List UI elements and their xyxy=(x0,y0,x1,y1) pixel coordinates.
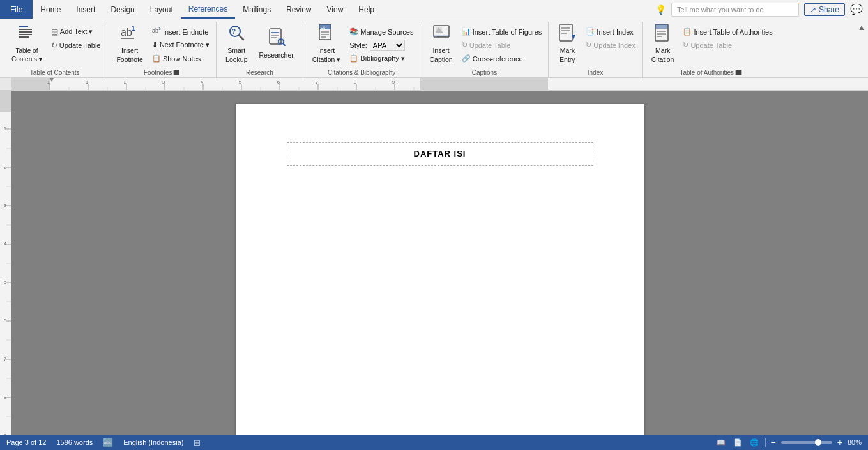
citations-group-label-text: Citations & Bibliography xyxy=(328,69,395,76)
ribbon-group-index: MarkEntry 📑 Insert Index ↻ Update Index … xyxy=(549,22,642,78)
mark-citation-label: MarkCitation xyxy=(651,47,674,64)
menu-bar: File Home Insert Design Layout Reference… xyxy=(0,0,868,19)
ribbon-group-captions: InsertCaption 📊 Insert Table of Figures … xyxy=(420,22,549,78)
svg-rect-42 xyxy=(420,78,548,90)
style-selector[interactable]: Style: APA MLA Chicago xyxy=(347,39,416,51)
insert-table-of-figures-button[interactable]: 📊 Insert Table of Figures xyxy=(459,26,545,38)
language[interactable]: English (Indonesia) xyxy=(123,438,183,446)
authorities-group-label-text: Table of Authorities xyxy=(680,69,734,76)
insert-footnote-button[interactable]: ab 1 InsertFootnote xyxy=(111,23,148,64)
tof-label: Insert Table of Figures xyxy=(473,28,542,36)
index-group-label-text: Index xyxy=(588,69,603,76)
share-button[interactable]: ↗ Share xyxy=(804,3,845,16)
researcher-button[interactable]: Researcher xyxy=(254,23,299,64)
style-select[interactable]: APA MLA Chicago xyxy=(370,40,405,51)
research-group-label: Research xyxy=(220,68,299,78)
macro-icon[interactable]: ⊞ xyxy=(194,438,201,447)
menu-insert[interactable]: Insert xyxy=(68,0,103,19)
print-view-icon[interactable]: 📄 xyxy=(732,437,743,448)
captions-small-buttons: 📊 Insert Table of Figures ↻ Update Table… xyxy=(459,26,545,65)
update-index-icon: ↻ xyxy=(586,41,591,49)
svg-rect-76 xyxy=(0,110,11,435)
toc-group-label: Table of Contents xyxy=(6,68,103,78)
menu-file[interactable]: File xyxy=(0,0,33,19)
menu-mailings[interactable]: Mailings xyxy=(235,0,278,19)
menu-layout[interactable]: Layout xyxy=(142,0,181,19)
insert-caption-button[interactable]: InsertCaption xyxy=(424,23,457,64)
read-view-icon[interactable]: 📖 xyxy=(715,437,727,448)
table-of-contents-button[interactable]: Table ofContents ▾ xyxy=(6,23,47,64)
smart-lookup-button[interactable]: ? SmartLookup xyxy=(220,23,252,64)
comment-icon[interactable]: 💬 xyxy=(850,3,863,15)
footnotes-expand-icon[interactable]: ⬛ xyxy=(173,70,179,75)
ruler-svg: 1 1 2 3 4 5 6 7 8 9 xyxy=(11,78,868,90)
search-box[interactable]: Tell me what you want to do xyxy=(671,3,799,17)
index-small-buttons: 📑 Insert Index ↻ Update Index xyxy=(583,26,637,51)
zoom-out-icon[interactable]: − xyxy=(771,437,776,447)
ruler-corner xyxy=(0,78,11,90)
page-info[interactable]: Page 3 of 12 xyxy=(6,438,46,446)
show-notes-label: Show Notes xyxy=(163,55,201,63)
mark-entry-icon xyxy=(558,23,577,45)
svg-rect-37 xyxy=(655,24,668,29)
captions-group-label-text: Captions xyxy=(472,69,497,76)
menu-help[interactable]: Help xyxy=(351,0,382,19)
update-table-icon: ↻ xyxy=(51,41,57,50)
svg-text:3: 3 xyxy=(162,79,165,85)
insert-index-button[interactable]: 📑 Insert Index xyxy=(583,26,637,38)
manage-sources-button[interactable]: 📚 Manage Sources xyxy=(347,26,416,38)
authorities-expand-icon[interactable]: ⬛ xyxy=(735,70,742,75)
next-footnote-button[interactable]: ⬇ Next Footnote ▾ xyxy=(149,39,212,51)
zoom-thumb xyxy=(815,439,821,446)
bibliography-button[interactable]: 📋 Bibliography ▾ xyxy=(347,52,416,65)
word-count[interactable]: 1596 words xyxy=(56,438,93,446)
update-table-label: Update Table xyxy=(59,42,101,49)
insert-index-icon: 📑 xyxy=(586,27,595,36)
track-changes-icon[interactable]: 🔤 xyxy=(103,438,113,447)
insert-citation-label: InsertCitation ▾ xyxy=(312,47,341,64)
vertical-ruler-svg: 1 2 3 4 5 6 7 8 9 xyxy=(0,91,11,435)
document-area[interactable]: DAFTAR ISI xyxy=(11,91,868,435)
update-table-button[interactable]: ↻ Update Table xyxy=(49,39,103,51)
menu-design[interactable]: Design xyxy=(103,0,142,19)
footnotes-group-label: Footnotes ⬛ xyxy=(111,68,212,78)
menu-review[interactable]: Review xyxy=(278,0,319,19)
mark-entry-button[interactable]: MarkEntry xyxy=(552,23,582,64)
menu-references[interactable]: References xyxy=(181,0,235,19)
svg-rect-77 xyxy=(0,110,11,112)
daftar-isi-box[interactable]: DAFTAR ISI xyxy=(287,142,593,166)
svg-rect-43 xyxy=(50,78,420,90)
zoom-slider[interactable] xyxy=(781,441,832,444)
insert-table-auth-label: Insert Table of Authorities xyxy=(694,28,772,36)
svg-text:8: 8 xyxy=(354,79,357,85)
svg-text:2: 2 xyxy=(4,164,7,170)
view-divider xyxy=(765,438,766,447)
svg-text:4: 4 xyxy=(4,241,7,247)
menu-view[interactable]: View xyxy=(319,0,351,19)
zoom-in-icon[interactable]: + xyxy=(837,437,842,447)
insert-citation-button[interactable]: cit InsertCitation ▾ xyxy=(307,23,346,64)
svg-text:?: ? xyxy=(232,28,236,35)
svg-text:ab: ab xyxy=(152,27,158,34)
ribbon-collapse[interactable]: ▲ xyxy=(858,22,865,77)
insert-footnote-label: InsertFootnote xyxy=(116,47,142,64)
menu-home[interactable]: Home xyxy=(33,0,68,19)
insert-table-auth-button[interactable]: 📋 Insert Table of Authorities xyxy=(680,26,775,38)
mark-citation-button[interactable]: MarkCitation xyxy=(646,23,680,64)
svg-text:1: 1 xyxy=(86,79,89,85)
document-page[interactable]: DAFTAR ISI xyxy=(236,104,644,435)
insert-endnote-button[interactable]: ab 1 Insert Endnote xyxy=(149,26,212,38)
update-table-cap-button: ↻ Update Table xyxy=(459,39,545,51)
show-notes-button[interactable]: 📋 Show Notes xyxy=(149,52,212,65)
svg-text:5: 5 xyxy=(4,279,7,285)
cross-reference-button[interactable]: 🔗 Cross-reference xyxy=(459,52,545,65)
lightbulb-icon: 💡 xyxy=(655,4,666,15)
zoom-level[interactable]: 80% xyxy=(848,438,862,446)
research-group-label-text: Research xyxy=(246,69,273,76)
add-text-button[interactable]: ▤ Add Text ▾ xyxy=(49,26,103,38)
web-view-icon[interactable]: 🌐 xyxy=(749,437,760,448)
footnotes-group-label-text: Footnotes xyxy=(144,69,172,76)
zoom-slider-area xyxy=(781,441,832,444)
bibliography-label: Bibliography ▾ xyxy=(360,54,405,63)
svg-text:ab: ab xyxy=(121,27,132,38)
